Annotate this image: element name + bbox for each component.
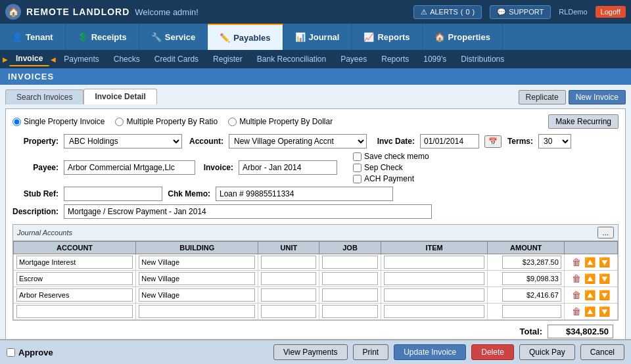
payee-input[interactable] — [64, 160, 195, 175]
delete-row-button[interactable]: 🗑 — [571, 289, 582, 301]
subnav-payees[interactable]: Payees — [334, 53, 373, 66]
demo-label: RLDemo — [559, 8, 587, 16]
delete-button[interactable]: Delete — [471, 344, 514, 360]
account-select[interactable]: New Village Operating Accnt — [229, 134, 367, 148]
subnav-reports[interactable]: Reports — [375, 53, 415, 66]
single-property-radio[interactable]: Single Property Invoice — [12, 117, 105, 126]
move-up-button[interactable]: 🔼 — [584, 289, 596, 301]
tab-payables[interactable]: ✏️ Payables — [208, 24, 283, 50]
subnav-1099s[interactable]: 1099's — [417, 53, 453, 66]
input-amount[interactable] — [502, 256, 561, 269]
logoff-button[interactable]: Logoff — [596, 6, 626, 18]
input-unit[interactable] — [261, 305, 316, 318]
tab-receipts[interactable]: 💲 Receipts — [66, 24, 139, 50]
cell-job — [319, 271, 381, 287]
move-down-button[interactable]: 🔽 — [598, 256, 611, 268]
input-account[interactable] — [16, 256, 133, 269]
alerts-button[interactable]: ⚠ ALERTS (0) — [413, 5, 482, 19]
stub-ref-input[interactable] — [64, 187, 162, 201]
subnav-bank-reconciliation[interactable]: Bank Reconciliation — [250, 53, 333, 66]
input-amount[interactable] — [502, 272, 561, 285]
delete-row-button[interactable]: 🗑 — [571, 256, 582, 268]
tab-invoice-detail[interactable]: Invoice Detail — [83, 89, 156, 104]
sep-check-label[interactable]: Sep Check — [353, 163, 429, 172]
terms-label: Terms: — [507, 137, 533, 146]
cell-unit — [258, 254, 319, 271]
input-unit[interactable] — [261, 272, 316, 285]
invoice-input[interactable] — [239, 160, 337, 175]
input-building[interactable] — [139, 256, 255, 269]
subnav-register[interactable]: Register — [206, 53, 249, 66]
multiple-ratio-radio-input[interactable] — [115, 118, 124, 126]
multiple-dollar-radio-input[interactable] — [228, 118, 237, 126]
print-button[interactable]: Print — [353, 344, 389, 360]
make-recurring-button[interactable]: Make Recurring — [548, 114, 619, 129]
tab-journal[interactable]: 📊 Journal — [283, 24, 352, 50]
delete-row-button[interactable]: 🗑 — [571, 273, 582, 284]
input-item[interactable] — [384, 305, 485, 318]
tab-search-invoices[interactable]: Search Invoices — [5, 89, 83, 104]
subnav-credit-cards[interactable]: Credit Cards — [148, 53, 205, 66]
single-property-radio-input[interactable] — [12, 118, 21, 126]
quick-pay-button[interactable]: Quick Pay — [519, 344, 575, 360]
move-down-button[interactable]: 🔽 — [598, 289, 611, 301]
move-up-button[interactable]: 🔼 — [584, 306, 596, 317]
terms-select[interactable]: 30 — [538, 134, 571, 148]
move-down-button[interactable]: 🔽 — [598, 273, 611, 284]
calendar-icon-button[interactable]: 📅 — [484, 135, 502, 148]
input-account[interactable] — [16, 288, 133, 302]
ach-payment-label[interactable]: ACH Payment — [353, 174, 429, 183]
save-check-memo-checkbox[interactable] — [353, 152, 362, 161]
support-button[interactable]: 💬 SUPPORT — [490, 5, 551, 19]
input-building[interactable] — [139, 272, 255, 285]
multiple-dollar-radio[interactable]: Multiple Property By Dollar — [228, 117, 333, 126]
tab-tenant[interactable]: 👤 Tenant — [0, 24, 66, 50]
property-select[interactable]: ABC Holdings — [64, 134, 182, 148]
input-account[interactable] — [16, 272, 133, 285]
cell-amount — [488, 287, 564, 304]
input-item[interactable] — [384, 272, 485, 285]
input-job[interactable] — [322, 256, 377, 269]
ach-payment-checkbox[interactable] — [353, 175, 362, 183]
input-amount[interactable] — [502, 288, 561, 302]
approve-checkbox[interactable] — [7, 348, 15, 357]
chk-memo-input[interactable] — [216, 187, 393, 201]
tab-properties[interactable]: 🏠 Properties — [423, 24, 503, 50]
tab-reports[interactable]: 📈 Reports — [352, 24, 422, 50]
multiple-ratio-radio[interactable]: Multiple Property By Ratio — [115, 117, 218, 126]
input-unit[interactable] — [261, 256, 316, 269]
input-job[interactable] — [322, 288, 377, 302]
input-amount[interactable] — [502, 305, 561, 318]
input-account[interactable] — [16, 305, 133, 318]
payables-icon: ✏️ — [220, 33, 230, 43]
move-up-button[interactable]: 🔼 — [584, 273, 596, 284]
invc-date-input[interactable] — [420, 134, 479, 148]
save-check-memo-label[interactable]: Save check memo — [353, 152, 429, 161]
move-up-button[interactable]: 🔼 — [584, 256, 596, 268]
input-unit[interactable] — [261, 288, 316, 302]
multiple-ratio-label: Multiple Property By Ratio — [126, 117, 218, 126]
journal-options-button[interactable]: ... — [597, 227, 614, 239]
input-job[interactable] — [322, 272, 377, 285]
sep-check-checkbox[interactable] — [353, 164, 362, 172]
input-building[interactable] — [139, 305, 255, 318]
input-job[interactable] — [322, 305, 377, 318]
input-building[interactable] — [139, 288, 255, 302]
cancel-button[interactable]: Cancel — [580, 344, 624, 360]
description-input[interactable] — [64, 204, 432, 219]
delete-row-button[interactable]: 🗑 — [571, 306, 582, 317]
journal-header: Journal Accounts ... — [13, 225, 618, 241]
input-item[interactable] — [384, 288, 485, 302]
replicate-button[interactable]: Replicate — [519, 90, 566, 104]
input-item[interactable] — [384, 256, 485, 269]
update-invoice-button[interactable]: Update Invoice — [394, 344, 466, 360]
subnav-payments[interactable]: Payments — [57, 53, 105, 66]
move-down-button[interactable]: 🔽 — [598, 306, 611, 317]
subnav-distributions[interactable]: Distributions — [454, 53, 511, 66]
new-invoice-button[interactable]: New Invoice — [569, 90, 626, 104]
subnav-invoice[interactable]: Invoice — [9, 52, 49, 66]
subnav-checks[interactable]: Checks — [107, 53, 147, 66]
tab-service[interactable]: 🔧 Service — [139, 24, 208, 50]
cell-unit — [258, 271, 319, 287]
view-payments-button[interactable]: View Payments — [273, 344, 347, 360]
